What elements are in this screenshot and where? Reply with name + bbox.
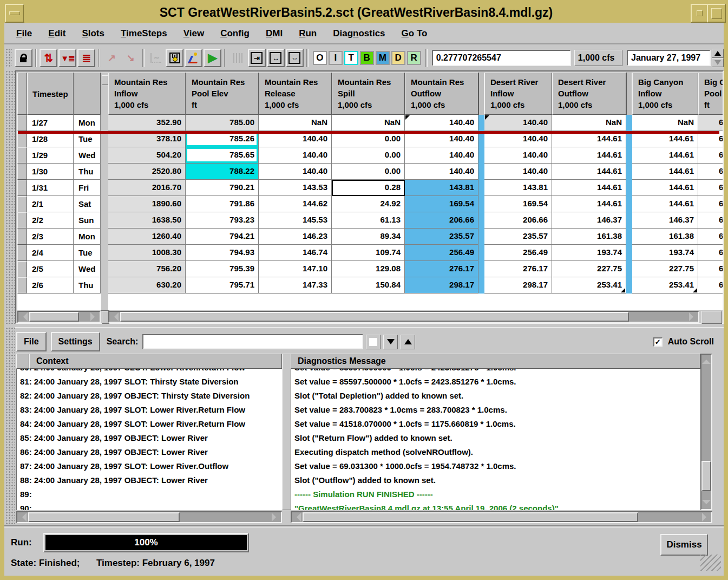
window-resize-grip[interactable] [700,555,721,571]
lock-button[interactable] [15,49,32,67]
slot-cell[interactable]: 140.40 [405,147,478,164]
slot-cell[interactable]: 140.40 [259,164,332,180]
column-header-big-canyon-inflow[interactable]: Big CanyonInflow1,000 cfs [632,73,698,115]
search-prev-button[interactable] [401,335,415,349]
menu-item-edit[interactable]: Edit [48,28,65,39]
date-field[interactable]: January 27, 1997 [627,50,711,66]
timestep-day-cell[interactable]: Thu [74,277,101,294]
slot-cell[interactable]: 298.17 [405,277,478,294]
message-line[interactable]: Set value = 283.700823 * 1.0cms = 283.70… [291,403,700,417]
slot-cell[interactable]: 206.66 [405,212,478,229]
slot-cell[interactable]: 206.66 [484,212,552,229]
scrollbar-thumb[interactable] [29,312,79,322]
slot-cell[interactable]: 6 [698,277,723,294]
slot-cell[interactable]: 630.20 [108,277,186,294]
slot-cell[interactable]: 6 [698,196,723,212]
slot-cell[interactable]: 794.93 [186,245,259,261]
maximize-button[interactable] [707,4,726,23]
slot-cell[interactable]: 140.40 [484,164,552,180]
message-line[interactable]: Set value = 69.031300 * 1000.0cfs = 1954… [291,459,700,473]
timestep-date-cell[interactable]: 2/3 [27,229,74,245]
flag-button-i[interactable]: I [329,51,343,65]
timestep-date-cell[interactable]: 1/27 [27,115,74,131]
message-line[interactable]: Executing dispatch method (solveNROutflo… [291,445,700,459]
timestep-date-cell[interactable]: 2/4 [27,245,74,261]
flag-button-o[interactable]: O [313,51,327,65]
timestep-day-cell[interactable]: Mon [74,229,101,245]
slot-cell[interactable]: 144.61 [632,196,698,212]
minimize-button[interactable] [691,4,708,23]
menu-item-view[interactable]: View [183,28,204,39]
slot-cell[interactable]: 227.75 [632,261,698,277]
message-line[interactable]: Slot ("Outflow") added to known set. [291,473,700,487]
slot-cell[interactable]: 144.61 [632,180,698,196]
scrollbar-thumb[interactable] [701,461,711,491]
slot-cell[interactable]: 788.22 [186,164,259,180]
message-line[interactable]: ------ Simulation RUN FINISHED ------ [291,487,700,501]
slot-cell[interactable]: NaN [552,115,626,131]
slot-cell[interactable]: 0.00 [332,164,405,180]
slot-cell[interactable]: 6 [698,245,723,261]
timestep-day-cell[interactable]: Tue [74,245,101,261]
slot-cell[interactable]: 161.38 [632,229,698,245]
timestep-hscrollbar[interactable] [17,311,101,323]
column-header-mountain-res-spill[interactable]: Mountain ResSpill1,000 cfs [332,73,405,115]
slot-cell[interactable]: 143.53 [259,180,332,196]
slot-cell[interactable]: 146.23 [259,229,332,245]
slot-cell[interactable]: 1890.60 [108,196,186,212]
table-left-grip[interactable] [5,70,15,324]
message-line[interactable]: Slot ("Return Flow") added to known set. [291,431,700,445]
slot-cell[interactable]: 146.37 [552,212,626,229]
flag-button-t[interactable]: T [344,51,358,65]
slot-cell[interactable]: 227.75 [552,261,626,277]
context-list[interactable]: 80: 24:00 January 28, 1997 SLOT: Lower R… [16,369,282,510]
message-line[interactable]: Set value = 85597.500000 * 1.0cfs = 2423… [291,375,700,389]
slot-cell[interactable]: 0.00 [332,147,405,164]
context-line[interactable]: 86: 24:00 January 28, 1997 OBJECT: Lower… [17,445,282,459]
column-header-desert-river-inflow[interactable]: Desert RiverInflow1,000 cfs [484,73,552,115]
expand-ne-button[interactable]: ↗ [103,49,121,67]
slot-cell[interactable]: 140.40 [484,147,552,164]
context-header[interactable]: Context [29,354,282,369]
slot-cell[interactable]: NaN [259,115,332,131]
message-line[interactable]: Set value = 85597.500000 * 1.0cfs = 2423… [291,369,700,375]
slot-cell[interactable]: 144.61 [632,164,698,180]
timestep-date-cell[interactable]: 2/2 [27,212,74,229]
message-vscrollbar[interactable] [700,354,712,510]
row-handle[interactable] [17,180,27,196]
timestep-day-cell[interactable]: Wed [74,147,101,164]
row-handle[interactable] [17,245,27,261]
slot-cell[interactable]: 256.49 [484,245,552,261]
flag-button-d[interactable]: D [391,51,405,65]
row-handle[interactable] [17,212,27,229]
slot-cell[interactable]: 794.21 [186,229,259,245]
slot-cell[interactable]: 89.34 [332,229,405,245]
row-view-button[interactable]: ≣ [77,49,95,67]
slot-cell[interactable]: 6 [698,261,723,277]
context-line[interactable]: 83: 24:00 January 28, 1997 SLOT: Lower R… [17,403,282,417]
timestep-day-cell[interactable]: Sat [74,196,101,212]
cell-value-input[interactable] [432,50,571,66]
row-handle[interactable] [17,147,27,164]
column-header-mountain-res-inflow[interactable]: Mountain ResInflow1,000 cfs [108,73,186,115]
context-line[interactable]: 87: 24:00 January 28, 1997 SLOT: Lower R… [17,459,282,473]
start-run-button[interactable]: ▶ [204,49,221,67]
slot-cell[interactable]: 144.61 [552,164,626,180]
slot-cell[interactable]: 235.57 [484,229,552,245]
day-column-header[interactable] [74,73,101,115]
timestep-day-cell[interactable]: Mon [74,115,101,131]
date-up-button[interactable] [712,49,724,58]
flag-button-m[interactable]: M [376,51,390,65]
row-handle[interactable] [17,261,27,277]
slot-cell[interactable]: 6 [698,164,723,180]
context-line[interactable]: 81: 24:00 January 28, 1997 SLOT: Thirsty… [17,375,282,389]
timestep-date-cell[interactable]: 2/5 [27,261,74,277]
slot-cell[interactable]: 352.90 [108,115,186,131]
slot-cell[interactable]: 2016.70 [108,180,186,196]
slot-cell[interactable]: 161.38 [552,229,626,245]
scrollbar-thumb[interactable] [120,312,629,322]
slot-cell[interactable]: 109.74 [332,245,405,261]
context-line[interactable]: 82: 24:00 January 28, 1997 OBJECT: Thirs… [17,389,282,403]
dismiss-button[interactable]: Dismiss [660,534,708,556]
scroll-right-icon[interactable] [90,312,99,321]
